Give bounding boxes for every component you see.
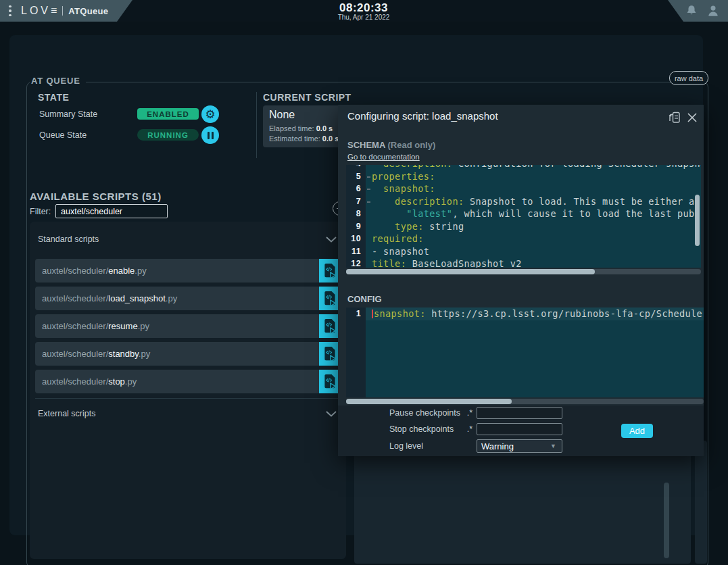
- log-level-select[interactable]: Warning▼: [477, 439, 562, 453]
- code-line: 9 type: string: [346, 220, 701, 233]
- summary-state-badge: ENABLED: [137, 108, 199, 120]
- schema-code-editor[interactable]: 4 description: Configuration for loading…: [346, 165, 701, 268]
- notification-bell-icon[interactable]: [685, 4, 698, 18]
- configure-script-modal: Configuring script: load_snapshot SCHEMA…: [338, 105, 704, 456]
- scrollbar-thumb[interactable]: [346, 269, 595, 274]
- script-path-prefix: auxtel/scheduler/: [42, 376, 108, 387]
- section-divider: [256, 92, 257, 158]
- external-scripts-header[interactable]: External scripts: [38, 409, 95, 418]
- script-extension: .py: [125, 376, 137, 387]
- pause-checkpoints-label: Pause checkpoints.*: [389, 408, 472, 418]
- current-script-title: CURRENT SCRIPT: [263, 92, 351, 103]
- scripts-divider: [35, 398, 341, 399]
- state-section-title: STATE: [38, 92, 69, 103]
- logo-divider: [62, 6, 63, 16]
- app-title: ATQueue: [68, 6, 108, 16]
- chevron-down-icon[interactable]: [326, 411, 337, 417]
- script-path-prefix: auxtel/scheduler/: [42, 293, 108, 303]
- schema-horizontal-scrollbar: [346, 269, 701, 274]
- script-name: load_snapshot: [108, 293, 166, 303]
- code-line: 7 description: Snapshot to load. This mu…: [346, 195, 701, 208]
- modal-title: Configuring script: load_snapshot: [347, 110, 498, 122]
- filter-label: Filter:: [30, 207, 51, 216]
- script-path-prefix: auxtel/scheduler/: [42, 349, 108, 359]
- clock-date: Thu, Apr 21 2022: [310, 14, 418, 21]
- panel-title: AT QUEUE: [30, 76, 86, 86]
- estimated-time: Estimated time: 0.0 s: [269, 134, 339, 143]
- filter-input[interactable]: [55, 204, 168, 218]
- code-line: 8 "latest", which will cause it to load …: [346, 207, 701, 220]
- close-icon[interactable]: [685, 111, 699, 124]
- script-extension: .py: [139, 349, 150, 359]
- top-bar-left-panel: LOV≡ ATQueue: [0, 0, 135, 22]
- script-row[interactable]: auxtel/scheduler/enable.py: [35, 259, 341, 282]
- script-row[interactable]: auxtel/scheduler/stop.py: [35, 370, 341, 393]
- queue-list-panel: [354, 441, 691, 564]
- code-line: 6 snapshot:: [346, 182, 701, 195]
- config-horizontal-scrollbar: [346, 399, 704, 404]
- script-name: standby: [108, 349, 139, 359]
- script-row[interactable]: auxtel/scheduler/load_snapshot.py: [35, 287, 341, 310]
- code-line: 5properties:: [346, 170, 701, 183]
- top-bar-right-panel: [666, 0, 728, 22]
- config-gutter: [346, 308, 366, 397]
- code-line: 4 description: Configuration for loading…: [346, 165, 701, 170]
- stop-checkpoints-label: Stop checkpoints.*: [389, 424, 472, 434]
- queue-scrollbar[interactable]: [664, 483, 669, 558]
- chevron-down-icon[interactable]: [326, 237, 337, 243]
- log-level-label: Log level: [389, 441, 472, 451]
- script-row[interactable]: auxtel/scheduler/resume.py: [35, 314, 341, 338]
- pause-checkpoints-input[interactable]: [477, 407, 562, 419]
- summary-state-label: Summary State: [39, 109, 97, 119]
- script-name: enable: [108, 266, 135, 276]
- kebab-menu-icon[interactable]: [9, 5, 11, 17]
- code-line: 10required:: [346, 232, 701, 245]
- queue-side-panel: [695, 441, 707, 564]
- clock-time: 08:20:33: [310, 2, 418, 14]
- love-logo: LOV≡: [21, 5, 59, 17]
- standard-scripts-header[interactable]: Standard scripts: [38, 235, 99, 244]
- script-config-form: Pause checkpoints.* Stop checkpoints.* L…: [338, 406, 704, 456]
- config-section-title: CONFIG: [347, 294, 382, 304]
- code-line: 1snapshot: https://s3.cp.lsst.org/rubino…: [346, 308, 704, 320]
- documentation-link[interactable]: Go to documentation: [347, 153, 420, 161]
- script-extension: .py: [138, 321, 149, 331]
- current-script-name: None: [269, 109, 295, 121]
- script-path-prefix: auxtel/scheduler/: [42, 266, 108, 276]
- select-arrow-icon: ▼: [550, 443, 556, 449]
- gear-icon[interactable]: ⚙: [201, 105, 219, 123]
- copy-icon[interactable]: [667, 110, 682, 125]
- schema-section-title: SCHEMA (Read only): [347, 140, 435, 150]
- available-scripts-title: AVAILABLE SCRIPTS (51): [30, 191, 162, 202]
- code-line: 12title: BaseLoadSnapshot v2: [346, 257, 701, 268]
- script-row[interactable]: auxtel/scheduler/standby.py: [35, 342, 341, 366]
- queue-state-badge: RUNNING: [137, 129, 199, 141]
- script-path-prefix: auxtel/scheduler/: [42, 321, 108, 331]
- script-name: resume: [108, 321, 137, 331]
- clock: 08:20:33 Thu, Apr 21 2022: [310, 2, 418, 21]
- config-code-editor[interactable]: 1snapshot: https://s3.cp.lsst.org/rubino…: [346, 308, 704, 397]
- stop-checkpoints-input[interactable]: [477, 423, 562, 435]
- top-bar: LOV≡ ATQueue 08:20:33 Thu, Apr 21 2022: [0, 0, 728, 22]
- pause-icon[interactable]: [201, 126, 219, 144]
- code-line: 11- snapshot: [346, 245, 701, 258]
- atqueue-app: LOV≡ ATQueue 08:20:33 Thu, Apr 21 2022 A…: [0, 0, 728, 565]
- scrollbar-thumb[interactable]: [346, 399, 512, 404]
- text-cursor: [372, 310, 373, 318]
- script-name: stop: [108, 376, 125, 387]
- schema-vertical-scrollbar[interactable]: [695, 195, 700, 246]
- user-icon[interactable]: [706, 4, 720, 18]
- script-extension: .py: [135, 266, 146, 276]
- add-button[interactable]: Add: [621, 424, 653, 438]
- queue-state-label: Queue State: [39, 130, 87, 140]
- elapsed-time: Elapsed time: 0.0 s: [269, 124, 333, 132]
- script-extension: .py: [166, 293, 177, 303]
- raw-data-button[interactable]: raw data: [669, 71, 708, 85]
